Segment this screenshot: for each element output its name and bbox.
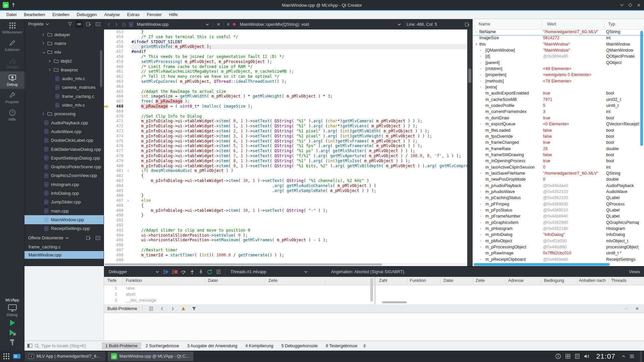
line-number[interactable]: 457: [109, 49, 125, 54]
chevron-down-icon[interactable]: [42, 50, 47, 55]
code-line-458[interactable]: 458 /* This needs to be joined (or segme…: [104, 54, 467, 59]
chevron-right-icon[interactable]: ›: [480, 48, 481, 52]
line-number[interactable]: 487: [109, 198, 125, 203]
variable-row-fileName[interactable]: ›fileName"/home/edgar/test/7_6G.MLV"QStr…: [473, 29, 644, 36]
variable-row-[QMainWindow][interactable]: ›[QMainWindow]"MainWindow"QMainWindow: [473, 48, 644, 54]
code-line-483[interactable]: 483 m_pInfoDialog->ui->tableWidget->item…: [104, 178, 467, 183]
chevron-right-icon[interactable]: ›: [480, 221, 481, 224]
fold-marker-icon[interactable]: ∨: [125, 198, 131, 203]
fold-marker-icon[interactable]: ∨: [125, 168, 131, 173]
line-number[interactable]: 469: [109, 109, 125, 114]
code-line-493[interactable]: 493 //Adapt slider to clip and move to p…: [104, 228, 467, 233]
line-number[interactable]: 460: [109, 64, 125, 69]
tree-item-audio_mlv.c[interactable]: audio_mlv.c: [24, 74, 104, 83]
breakpoints-column-Threads[interactable]: Threads: [611, 278, 627, 283]
variable-row-m_codecProfile[interactable]: m_codecProfile5uint8_t: [473, 103, 644, 109]
tree-item-Histogram.cpp[interactable]: Histogram.cpp: [24, 180, 104, 189]
line-number[interactable]: 488: [109, 203, 125, 208]
menu-datei[interactable]: Datei: [3, 11, 20, 19]
filter-button[interactable]: [66, 20, 73, 28]
variable-row-m_pFrameNumber[interactable]: ›m_pFrameNumber@0x44b8940QLabel: [473, 214, 644, 220]
menu-erstellen[interactable]: Erstellen: [49, 11, 73, 19]
code-line-456[interactable]: 456 printMlvInfo( m_pMlvObject );: [104, 44, 467, 49]
show-output-icon[interactable]: [148, 305, 155, 312]
line-number[interactable]: 480: [109, 164, 125, 169]
chevron-right-icon[interactable]: [49, 59, 53, 64]
line-number[interactable]: 476: [109, 143, 125, 148]
line-number[interactable]: 455: [109, 40, 125, 45]
notes-tray-icon[interactable]: [575, 354, 580, 359]
breakpoints-column-Zeile[interactable]: Zeile: [476, 278, 485, 283]
step-into-button[interactable]: [189, 268, 196, 276]
chevron-right-icon[interactable]: ›: [480, 233, 481, 236]
code-line-499[interactable]: 499: [104, 258, 467, 263]
open-documents-title[interactable]: Offene Dokumente: [28, 236, 63, 240]
info-tray-icon[interactable]: [555, 354, 561, 359]
tree-item-EditSliderValueDialog.cpp[interactable]: EditSliderValueDialog.cpp: [24, 145, 104, 154]
debug-run-button[interactable]: [9, 329, 16, 336]
chevron-right-icon[interactable]: ›: [480, 190, 481, 193]
tree-item-GraphicsZoomView.cpp[interactable]: GraphicsZoomView.cpp: [24, 171, 104, 180]
variable-row-m_pRawImage[interactable]: m_pRawImage0x7fffd2cbc010uint8_t *: [473, 251, 644, 257]
open-file-combo[interactable]: MainWindow.cpp: [135, 20, 211, 28]
chevron-right-icon[interactable]: ›: [480, 73, 481, 76]
locals-hscrollbar[interactable]: [474, 263, 610, 266]
code-line-470[interactable]: 470 //Set Clip Info to Dialog: [104, 114, 467, 119]
menu-fenster[interactable]: Fenster: [143, 11, 165, 19]
line-number[interactable]: 479: [109, 159, 125, 164]
code-line-476[interactable]: 476 m_pInfoDialog->ui->tableWidget->item…: [104, 143, 467, 148]
kit-selector-button[interactable]: [8, 304, 17, 312]
variable-row-m_pGraphicsItem[interactable]: ›m_pGraphicsItem@0x4362980QGraphicsPixma…: [473, 220, 644, 226]
chevron-right-icon[interactable]: [42, 111, 47, 116]
menu-hilfe[interactable]: Hilfe: [165, 11, 181, 19]
combo-arrow-icon[interactable]: [46, 23, 49, 25]
back-icon[interactable]: [105, 21, 113, 28]
breakpoints-column-Bedingung[interactable]: Bedingung: [544, 278, 564, 283]
titlebar[interactable]: Qt MainWindow.cpp @ MLVApp - Qt Creator: [0, 0, 644, 11]
tree-item-GraphicsPickerScene.cpp[interactable]: GraphicsPickerScene.cpp: [24, 162, 104, 171]
locals-header[interactable]: Name Wert Typ: [473, 19, 644, 29]
chevron-right-icon[interactable]: [42, 32, 47, 37]
code-line-474[interactable]: 474 m_pInfoDialog->ui->tableWidget->item…: [104, 134, 467, 139]
restart-button[interactable]: [206, 268, 213, 276]
line-number[interactable]: 454: [109, 35, 125, 40]
tree-item-ExportSettingsDialog.cpp[interactable]: ExportSettingsDialog.cpp: [24, 154, 104, 162]
line-number[interactable]: 470: [109, 114, 125, 119]
variable-row-m_pReceiptClipboard[interactable]: ›m_pReceiptClipboard@0x44b9eb0ReceiptSet…: [473, 257, 644, 263]
tree-item-JumpSlider.cpp[interactable]: JumpSlider.cpp: [24, 198, 104, 206]
stack-column-Zeile[interactable]: Zeile: [268, 278, 277, 283]
code-line-459[interactable]: 459 setMlvProcessing( m_pMlvObject, m_pP…: [104, 59, 467, 64]
stop-debugger-button[interactable]: [171, 268, 178, 276]
symbol-hash-label[interactable]: #: [226, 22, 231, 27]
tree-item-frame_caching.c[interactable]: frame_caching.c: [24, 92, 104, 101]
step-over-button[interactable]: [180, 268, 187, 276]
previous-item-icon[interactable]: [158, 305, 166, 312]
breakpoints-hscrollbar[interactable]: [382, 301, 407, 303]
line-number[interactable]: 478: [109, 154, 125, 159]
code-line-480[interactable]: 480 m_pInfoDialog->ui->tableWidget->item…: [104, 164, 467, 169]
variable-row-m_pAudioWave[interactable]: ›m_pAudioWave@0x4352310AudioWave: [473, 189, 644, 195]
tree-item-AudioWave.cpp[interactable]: AudioWave.cpp: [24, 127, 104, 136]
variable-row-m_lastSaveFileName[interactable]: ›m_lastSaveFileName"/home/edgar/test/7_6…: [473, 171, 644, 177]
output-tab-1-build-probleme[interactable]: 1 Build-Probleme: [102, 343, 141, 349]
stack-frame-raise[interactable]: 1raise: [104, 285, 374, 291]
line-number[interactable]: 473: [109, 129, 125, 134]
line-number[interactable]: 453: [109, 29, 125, 35]
tree-item-InfoDialog.cpp[interactable]: InfoDialog.cpp: [24, 189, 104, 197]
variable-row-imageSize[interactable]: imageSize5614272int: [473, 36, 644, 42]
code-line-460[interactable]: 460 /* Limit frame cache to defined size…: [104, 64, 467, 69]
code-line-490[interactable]: 490 }: [104, 213, 467, 218]
chevron-right-icon[interactable]: ›: [480, 54, 481, 58]
menu-analyse[interactable]: Analyse: [101, 11, 123, 19]
variable-row-m_pHistogram[interactable]: ›m_pHistogram@0x4352160Histogram: [473, 226, 644, 232]
debugger-perspective-combo[interactable]: Debugger: [107, 268, 161, 276]
line-number[interactable]: 463: [109, 79, 125, 84]
tree-item-video_mlv.c[interactable]: video_mlv.c: [24, 101, 104, 109]
line-number[interactable]: 497: [109, 248, 125, 253]
code-line-468[interactable]: 468 m_pRawImage = ( uint8_t* )malloc( im…: [104, 104, 467, 109]
line-number[interactable]: 498: [109, 253, 125, 258]
code-line-473[interactable]: 473 m_pInfoDialog->ui->tableWidget->item…: [104, 129, 467, 134]
variable-row-m_pMlvObject[interactable]: ›m_pMlvObject@0x4f1b550mlvObject_t: [473, 239, 644, 245]
tree-item-DoubleClickLabel.cpp[interactable]: DoubleClickLabel.cpp: [24, 136, 104, 145]
category-filter-icon[interactable]: [191, 305, 198, 312]
